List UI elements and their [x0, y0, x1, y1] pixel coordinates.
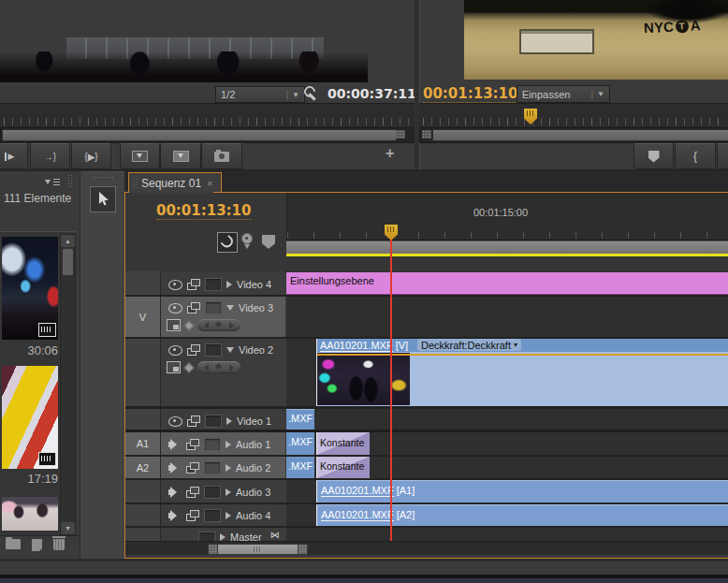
source-scrubber[interactable] [0, 103, 416, 128]
clip-mxf-video1[interactable]: .MXF [286, 409, 314, 430]
sync-lock-icon[interactable] [186, 487, 199, 498]
next-keyframe-icon[interactable] [229, 322, 234, 329]
bin-scrollbar[interactable]: ▲ ▼ [60, 234, 76, 535]
hscroll-grip-right[interactable] [298, 544, 308, 555]
toggle-track-output-icon[interactable] [168, 303, 182, 313]
encore-marker-button[interactable] [240, 233, 255, 252]
selection-tool[interactable] [90, 186, 116, 212]
track-lock-box[interactable] [205, 343, 222, 357]
track-header-video2[interactable]: Video 2 [161, 339, 285, 406]
effect-chip[interactable]: Deckkraft:Deckkraft ▾ [417, 339, 521, 351]
toggle-track-mute-icon[interactable] [168, 462, 182, 474]
track-lock-box[interactable] [205, 301, 222, 314]
tab-close-icon[interactable]: × [207, 178, 212, 189]
play-around-button[interactable]: ▶ [0, 143, 28, 169]
track-lock-box[interactable] [204, 438, 221, 451]
clip-aa010201-a1[interactable]: AA010201.MXF [A1] [316, 480, 728, 503]
disclosure-triangle-icon[interactable] [226, 347, 234, 353]
collapse-bowtie-icon[interactable]: ⋈ [270, 530, 280, 540]
program-scrollbar-grip[interactable] [422, 130, 431, 138]
new-item-icon[interactable] [32, 539, 42, 551]
track-lock-box[interactable] [205, 278, 222, 291]
snap-button[interactable] [217, 232, 238, 253]
add-keyframe-icon[interactable] [215, 321, 222, 328]
clip-mxf-audio2[interactable]: .MXF [286, 457, 314, 478]
extract-button[interactable] [160, 143, 201, 169]
panel-grip[interactable] [67, 174, 73, 188]
keyframe-nav[interactable] [197, 361, 240, 373]
work-area-bar[interactable] [286, 240, 728, 255]
track-header-video1[interactable]: Video 1 [161, 409, 285, 430]
bin-item-thumbnail[interactable] [2, 366, 58, 469]
bin-item-thumbnail[interactable] [2, 497, 58, 531]
disclosure-triangle-icon[interactable] [226, 512, 231, 519]
hscroll-thumb[interactable] [217, 544, 298, 555]
source-timecode[interactable]: 00:00:37:11 [328, 86, 410, 101]
track-header-audio4[interactable]: Audio 4 [161, 504, 285, 526]
clip-einstellungsebene[interactable]: Einstellungsebene [286, 272, 728, 296]
scroll-up-icon[interactable]: ▲ [61, 235, 75, 247]
goto-in-button[interactable]: →} [30, 143, 70, 169]
show-keyframes-icon[interactable] [183, 320, 194, 330]
sync-lock-icon[interactable] [186, 510, 199, 521]
toggle-track-mute-icon[interactable] [168, 487, 182, 498]
work-area-grip[interactable] [502, 245, 510, 252]
bin-item-thumbnail[interactable] [2, 237, 58, 340]
sync-lock-icon[interactable] [187, 415, 200, 427]
clip-aa010201-video[interactable]: AA010201.MXF [V] Deckkraft:Deckkraft ▾ [316, 339, 728, 406]
clip-aa010201-a2[interactable]: AA010201.MXF [A2] [316, 504, 728, 527]
track-header-audio1[interactable]: Audio 1 [161, 432, 285, 455]
source-scrollbar-grip[interactable] [396, 130, 405, 138]
track-lock-box[interactable] [204, 461, 221, 474]
track-lock-box[interactable] [204, 509, 221, 522]
disclosure-triangle-icon[interactable] [226, 488, 231, 496]
fit-dropdown[interactable]: Einpassen | ▼ [517, 85, 610, 103]
transition-konstante-audio1[interactable]: Konstante [316, 432, 370, 455]
disclosure-triangle-icon[interactable] [226, 464, 231, 472]
timeline-timecode[interactable]: 00:01:13:10 [156, 202, 252, 220]
next-keyframe-icon[interactable] [229, 364, 234, 372]
sync-lock-icon[interactable] [187, 302, 200, 313]
mark-out-button[interactable] [717, 143, 728, 169]
timeline-tab[interactable]: Sequenz 01 × [128, 172, 222, 193]
playhead-line[interactable] [390, 240, 392, 541]
program-scrollbar[interactable] [419, 127, 728, 143]
sync-lock-icon[interactable] [187, 344, 200, 356]
track-lock-box[interactable] [205, 415, 222, 428]
prev-keyframe-icon[interactable] [204, 322, 209, 329]
scroll-down-icon[interactable]: ▼ [61, 522, 75, 534]
track-lock-box[interactable] [204, 486, 221, 499]
track-header-audio3[interactable]: Audio 3 [161, 480, 285, 503]
sync-lock-icon[interactable] [186, 462, 199, 474]
marker-button[interactable] [633, 143, 674, 169]
disclosure-triangle-icon[interactable] [226, 281, 232, 288]
transition-konstante-audio2[interactable]: Konstante [316, 457, 370, 478]
keyframe-nav[interactable] [197, 319, 240, 331]
source-page-dropdown[interactable]: 1/2 | ▼ [215, 86, 305, 103]
program-scrollbar-thumb[interactable] [432, 129, 728, 141]
toggle-track-output-icon[interactable] [168, 416, 182, 427]
program-timecode[interactable]: 00:01:13:10 [423, 85, 518, 103]
target-indicator-audio2[interactable]: A2 [125, 457, 161, 478]
target-indicator-video[interactable]: V [125, 297, 161, 337]
disclosure-triangle-icon[interactable] [226, 441, 231, 448]
prev-keyframe-icon[interactable] [204, 364, 209, 372]
set-display-style-icon[interactable] [167, 319, 181, 331]
timeline-ruler[interactable]: 00:01:15:00 [286, 193, 728, 240]
track-header-master[interactable]: Master ⋈ [161, 528, 285, 541]
toggle-track-mute-icon[interactable] [168, 510, 182, 521]
export-frame-button[interactable] [201, 143, 242, 169]
panel-plus-button[interactable]: + [386, 145, 394, 162]
show-keyframes-icon[interactable] [183, 362, 194, 372]
program-scrubber[interactable] [419, 103, 728, 128]
track-header-audio2[interactable]: Audio 2 [161, 457, 285, 478]
toggle-track-output-icon[interactable] [168, 280, 182, 290]
delete-icon[interactable] [53, 539, 65, 550]
target-indicator-audio1[interactable]: A1 [125, 432, 161, 455]
set-display-style-icon[interactable] [167, 361, 181, 373]
sync-lock-icon[interactable] [186, 439, 199, 450]
source-scrollbar[interactable] [0, 127, 418, 143]
add-keyframe-icon[interactable] [215, 363, 222, 370]
monitor-divider[interactable] [415, 0, 420, 170]
source-scrollbar-thumb[interactable] [2, 129, 397, 141]
